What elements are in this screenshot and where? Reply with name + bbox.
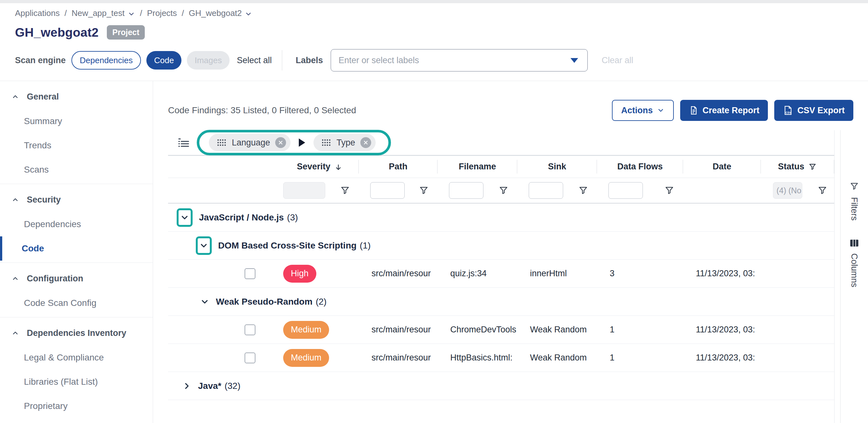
sidebar-section-dependencies-inventory: Dependencies InventoryLegal & Compliance…	[0, 317, 153, 420]
sidebar-item-code-scan-config[interactable]: Code Scan Config	[0, 291, 153, 315]
labels-input[interactable]	[331, 49, 588, 71]
filter-icon[interactable]	[817, 185, 828, 196]
severity-badge: Medium	[283, 321, 329, 339]
cell-flows: 3	[597, 260, 683, 288]
group-row-java[interactable]: Java*(32)	[168, 372, 834, 400]
chevron-down-icon[interactable]	[199, 241, 209, 250]
sidebar-section-heading-dependencies-inventory[interactable]: Dependencies Inventory	[0, 321, 153, 345]
drag-handle-icon[interactable]	[217, 139, 227, 147]
sidebar-section-heading-general[interactable]: General	[0, 84, 153, 109]
filter-icon[interactable]	[578, 185, 589, 196]
drag-handle-icon[interactable]	[321, 139, 331, 147]
sidebar-item-trends[interactable]: Trends	[0, 133, 153, 158]
sidebar-item-libraries-flat-list[interactable]: Libraries (Flat List)	[0, 370, 153, 394]
filter-icon[interactable]	[808, 162, 817, 171]
rail-tab-filters[interactable]: Filters	[849, 181, 859, 221]
actions-button[interactable]: Actions	[612, 100, 674, 121]
sidebar-section-title: Dependencies Inventory	[27, 328, 126, 338]
chevron-down-icon[interactable]	[180, 213, 189, 222]
filter-input-sink[interactable]	[529, 182, 563, 199]
chevron-up-icon	[11, 329, 19, 337]
columns-icon	[849, 239, 859, 249]
group-count: (32)	[224, 381, 241, 391]
column-header-flows[interactable]: Data Flows	[597, 156, 683, 178]
csv-file-icon: CSV	[783, 105, 793, 116]
table-filter-row: (4) (No	[168, 178, 834, 204]
select-all-button[interactable]: Select all	[237, 56, 272, 65]
dropdown-arrow-icon[interactable]	[570, 58, 578, 63]
filter-icon[interactable]	[340, 185, 350, 196]
breadcrumb-separator: /	[140, 8, 142, 18]
labels-select	[331, 49, 588, 71]
app-page: Applications/New_app_test/Projects/GH_we…	[0, 0, 868, 423]
filter-icon[interactable]	[664, 185, 675, 196]
group-row-dom-based-cross-site-scripting[interactable]: DOM Based Cross-Site Scripting(1)	[168, 232, 834, 260]
remove-chip-icon[interactable]	[275, 137, 286, 148]
scan-engine-option-dependencies[interactable]: Dependencies	[71, 51, 141, 69]
actions-button-label: Actions	[621, 105, 653, 116]
finding-row: Mediumsrc/main/resourChromeDevToolsWeak …	[168, 316, 834, 344]
column-header-sink[interactable]: Sink	[517, 156, 597, 178]
breadcrumb-item-gh-webgoat2[interactable]: GH_webgoat2	[189, 8, 252, 18]
scan-engine-option-code[interactable]: Code	[146, 51, 181, 69]
row-checkbox[interactable]	[245, 353, 255, 363]
title-row: GH_webgoat2 Project	[15, 25, 853, 39]
sidebar-item-summary[interactable]: Summary	[0, 109, 153, 133]
column-header-severity[interactable]: Severity	[281, 156, 359, 178]
create-report-label: Create Report	[703, 105, 760, 116]
breadcrumb-item-label: Projects	[147, 8, 177, 18]
sidebar-item-scans[interactable]: Scans	[0, 158, 153, 182]
cell-status	[761, 260, 834, 288]
rail-tab-columns[interactable]: Columns	[849, 239, 859, 288]
create-report-button[interactable]: Create Report	[680, 100, 768, 121]
filter-input-flows[interactable]	[609, 182, 643, 199]
filter-input-path[interactable]	[370, 182, 405, 199]
group-by-icon[interactable]	[178, 137, 190, 148]
sidebar-item-dependencies[interactable]: Dependencies	[0, 212, 153, 236]
row-checkbox[interactable]	[245, 268, 255, 279]
chevron-down-icon[interactable]	[128, 10, 135, 18]
breadcrumb-item-projects[interactable]: Projects	[147, 8, 177, 18]
remove-chip-icon[interactable]	[360, 137, 371, 148]
annotation-highlight-box	[177, 208, 193, 227]
group-row-weak-pseudo-random[interactable]: Weak Pseudo-Random(2)	[168, 288, 834, 316]
sidebar-item-code[interactable]: Code	[0, 236, 153, 261]
chevron-right-icon[interactable]	[182, 381, 192, 391]
filter-input-filename[interactable]	[449, 182, 484, 199]
column-header-path[interactable]: Path	[359, 156, 437, 178]
csv-export-button[interactable]: CSV CSV Export	[774, 100, 853, 121]
cell-status	[761, 316, 834, 343]
filter-value-status[interactable]: (4) (No	[773, 182, 802, 199]
sidebar-item-legal-compliance[interactable]: Legal & Compliance	[0, 345, 153, 370]
sidebar-section-heading-configuration[interactable]: Configuration	[0, 266, 153, 291]
cell-filename: quiz.js:34	[437, 260, 517, 288]
group-row-javascript-node-js[interactable]: JavaScript / Node.js(3)	[168, 204, 834, 232]
cell-severity: High	[281, 260, 359, 288]
clear-all-button[interactable]: Clear all	[602, 56, 633, 65]
row-checkbox[interactable]	[245, 325, 255, 335]
sidebar-item-proprietary[interactable]: Proprietary	[0, 394, 153, 418]
breadcrumb-item-new-app-test[interactable]: New_app_test	[71, 8, 135, 18]
scan-engine-row: Scan engine DependenciesCodeImages Selec…	[15, 49, 853, 71]
chevron-down-icon[interactable]	[245, 10, 252, 18]
filter-icon[interactable]	[498, 185, 509, 196]
group-label: DOM Based Cross-Site Scripting	[218, 241, 356, 251]
cell-date: 11/13/2023, 03:	[683, 316, 761, 343]
annotation-highlight-box	[196, 236, 212, 255]
chevron-down-icon[interactable]	[200, 297, 210, 307]
breadcrumb-item-applications[interactable]: Applications	[15, 8, 60, 18]
column-header-label: Filename	[459, 162, 496, 172]
column-header-filename[interactable]: Filename	[437, 156, 517, 178]
sidebar-section-heading-security[interactable]: Security	[0, 187, 153, 212]
cell-filename: HttpBasics.html:	[437, 344, 517, 372]
scan-engine-option-images[interactable]: Images	[187, 51, 229, 69]
filter-icon[interactable]	[418, 185, 429, 196]
breadcrumb-item-label: Applications	[15, 8, 60, 18]
project-type-badge: Project	[107, 25, 145, 39]
group-chip-type[interactable]: Type	[313, 134, 376, 151]
cell-date: 11/13/2023, 03:	[683, 344, 761, 372]
column-header-status[interactable]: Status	[761, 156, 834, 178]
column-header-label: Severity	[297, 162, 330, 172]
column-header-date[interactable]: Date	[683, 156, 761, 178]
group-chip-language[interactable]: Language	[209, 134, 290, 151]
